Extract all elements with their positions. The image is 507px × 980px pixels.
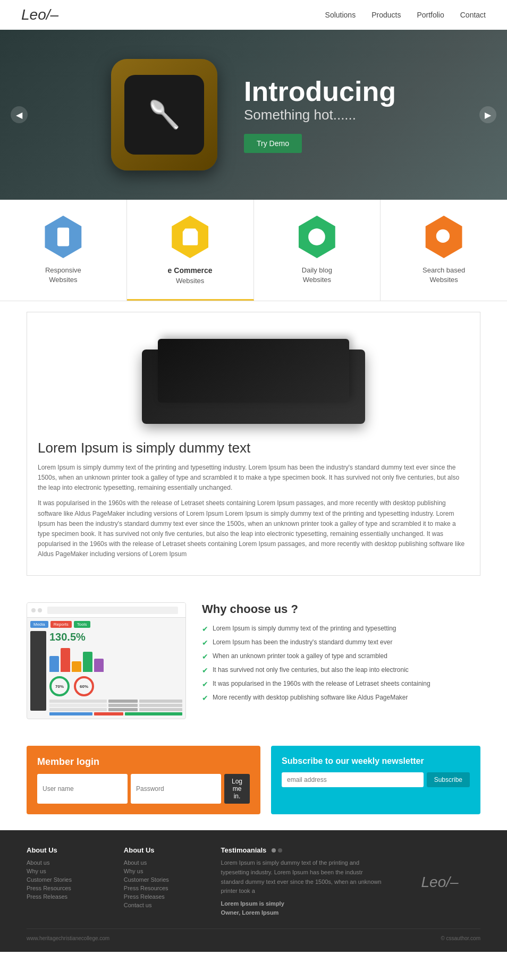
ecommerce-hex-icon [169,216,212,258]
why-item-6: ✔ More recently with desktop publishing … [202,694,480,702]
footer-col1-link4[interactable]: Press Resources [27,885,108,891]
hero-next-arrow[interactable]: ▶ [479,106,496,123]
check-icon-5: ✔ [202,680,208,688]
footer-col2-link4[interactable]: Press Resources [124,885,205,891]
testi-dot-2[interactable] [278,848,282,853]
footer-logo-wrap: Leo/– [399,846,480,918]
tablet-top [158,339,349,403]
testi-dot-1[interactable] [272,848,276,853]
footer-testimonial: Testimoanials Lorem Ipsum is simply dumm… [221,846,384,918]
footer-col2-title: About Us [124,846,205,854]
svg-line-7 [447,241,451,244]
svg-point-4 [312,228,321,245]
responsive-label: Responsive Websites [45,266,81,285]
footer-col2-link3[interactable]: Customer Stories [124,876,205,883]
footer-col2-link6[interactable]: Contact us [124,902,205,908]
footer: About Us About us Why us Customer Storie… [0,830,507,952]
hero-subheading: Something hot...... [244,107,396,123]
password-input[interactable] [131,774,221,804]
check-icon-4: ✔ [202,666,208,675]
feature-ecommerce[interactable]: e Commerce Websites [127,200,254,301]
footer-col1-link3[interactable]: Customer Stories [27,876,108,883]
footer-col2-link1[interactable]: About us [124,859,205,866]
hero-text: Introducing Something hot...... Try Demo [244,76,396,153]
ecommerce-label: e Commerce Websites [168,266,213,286]
testimonial-text: Lorem Ipsum is simply dummy text of the … [221,858,384,896]
feature-search[interactable]: Search based Websites [381,200,507,301]
dash-bars [49,645,182,672]
check-icon-2: ✔ [202,638,208,647]
hero-prev-arrow[interactable]: ◀ [11,106,28,123]
search-hex-icon [422,216,465,258]
svg-point-6 [436,229,450,243]
email-input[interactable] [282,772,424,787]
login-box: Member login Log me in. [27,746,260,814]
why-content: Why choose us ? ✔ Lorem Ipsum is simply … [202,602,480,708]
phone-icon [53,227,73,247]
feature-blog[interactable]: Daily blog Websites [254,200,381,301]
nav: Solutions Products Portfolio Contact [325,11,486,19]
nav-solutions[interactable]: Solutions [325,11,356,19]
footer-col2-link5[interactable]: Press Releases [124,893,205,900]
dash-stat: 130.5% [49,631,182,643]
footer-col1-link2[interactable]: Why us [27,868,108,874]
nav-products[interactable]: Products [371,11,401,19]
footer-right-credit: © cssauthor.com [441,935,480,941]
testimonial-author: Lorem Ipsum is simply Owner, Lorem Ipsum [221,899,384,918]
username-input[interactable] [37,774,128,804]
blog-label: Daily blog Websites [302,266,332,285]
footer-col2-link2[interactable]: Why us [124,868,205,874]
footer-top: About Us About us Why us Customer Storie… [27,846,480,918]
dashboard-mock: Media Reports Tools 130.5% 70% [27,602,186,719]
footer-col1-link5[interactable]: Press Releases [27,893,108,900]
responsive-hex-icon [42,216,84,258]
testimonial-dots [272,848,282,853]
feature-responsive[interactable]: Responsive Websites [0,200,127,301]
nav-portfolio[interactable]: Portfolio [417,11,444,19]
footer-logo: Leo/– [421,874,459,891]
spoon-icon: 🥄 [148,99,181,130]
newsletter-box: Subscribe to our weekly newsletter Subsc… [271,746,480,814]
subscribe-button[interactable]: Subscribe [427,772,470,787]
product-para2: It was popularised in the 1960s with the… [38,498,469,559]
footer-col2: About Us About us Why us Customer Storie… [124,846,205,918]
why-item-1: ✔ Lorem Ipsum is simply dummy text of th… [202,625,480,633]
features-section: Responsive Websites e Commerce Websites … [0,200,507,301]
check-icon-1: ✔ [202,625,208,633]
why-title: Why choose us ? [202,602,480,616]
newsletter-title: Subscribe to our weekly newsletter [282,756,470,766]
why-item-3: ✔ When an unknown printer took a galley … [202,652,480,661]
login-fields: Log me in. [37,774,250,804]
footer-col1-link1[interactable]: About us [27,859,108,866]
why-item-2: ✔ Lorem Ipsum has been the industry's st… [202,638,480,647]
svg-rect-0 [57,228,69,246]
hero-section: ◀ 🥄 Introducing Something hot...... Try … [0,30,507,200]
newsletter-fields: Subscribe [282,772,470,787]
hero-image: 🥄 [111,59,217,171]
product-image [38,323,469,429]
product-section: Lorem Ipsum is simply dummy text Lorem I… [27,312,480,576]
search-icon [434,227,454,247]
footer-bottom: www.heritagechristianecollege.com © cssa… [27,928,480,941]
why-item-4: ✔ It has survived not only five centurie… [202,666,480,675]
testimonial-title: Testimoanials [221,846,384,854]
globe-icon [307,227,327,247]
footer-left-credit: www.heritagechristianecollege.com [27,935,109,941]
check-icon-3: ✔ [202,652,208,661]
check-icon-6: ✔ [202,694,208,702]
login-title: Member login [37,756,250,768]
login-button[interactable]: Log me in. [224,774,250,804]
footer-col1: About Us About us Why us Customer Storie… [27,846,108,918]
dash-circle1: 70% [49,676,70,696]
footer-col1-title: About Us [27,846,108,854]
blog-hex-icon [295,216,338,258]
product-heading: Lorem Ipsum is simply dummy text [38,440,469,456]
why-item-5: ✔ It was popularised in the 1960s with t… [202,680,480,688]
try-demo-button[interactable]: Try Demo [244,134,302,153]
hero-heading: Introducing [244,76,396,107]
why-section: Media Reports Tools 130.5% 70% [0,586,507,735]
nav-contact[interactable]: Contact [460,11,486,19]
search-label: Search based Websites [422,266,465,285]
logo: Leo/– [21,6,58,23]
header: Leo/– Solutions Products Portfolio Conta… [0,0,507,30]
